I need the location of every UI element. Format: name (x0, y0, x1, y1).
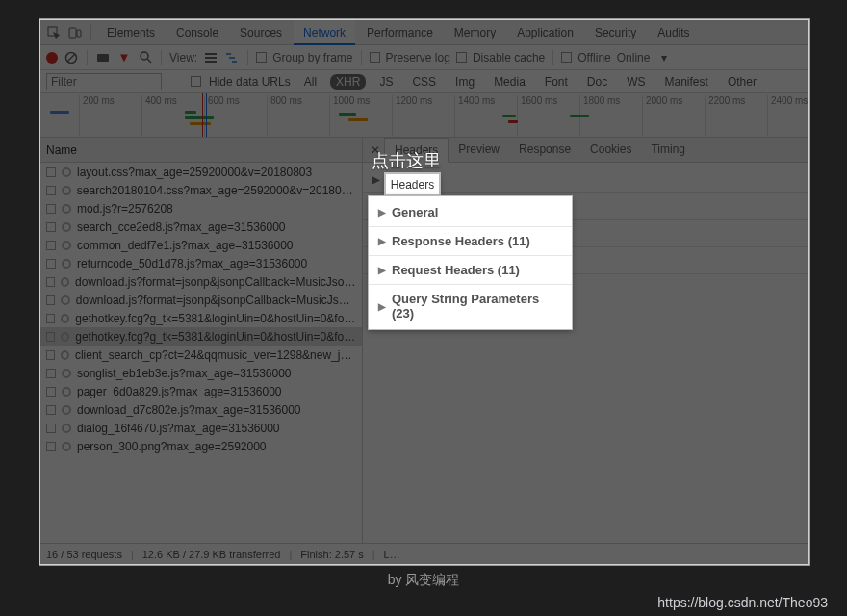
tick: 800 ms (267, 95, 302, 138)
row-checkbox[interactable] (46, 186, 56, 195)
type-ws[interactable]: WS (621, 74, 651, 90)
hl-section-request-headers[interactable]: ▶Request Headers (11) (369, 256, 572, 285)
preserve-log-checkbox[interactable] (370, 52, 380, 63)
tab-application[interactable]: Application (507, 20, 583, 45)
tab-memory[interactable]: Memory (445, 20, 505, 45)
view-label: View: (169, 51, 197, 64)
view-list-icon[interactable] (203, 50, 218, 65)
row-checkbox[interactable] (46, 167, 56, 177)
tab-security[interactable]: Security (585, 20, 646, 45)
type-js[interactable]: JS (373, 74, 398, 90)
tab-audits[interactable]: Audits (648, 20, 699, 45)
search-icon[interactable] (138, 50, 153, 65)
tick: 400 ms (141, 95, 177, 138)
request-row[interactable]: search_cce2ed8.js?max_age=31536000 (40, 218, 362, 236)
row-checkbox[interactable] (46, 259, 56, 269)
request-row[interactable]: pager_6d0a829.js?max_age=31536000 (40, 382, 362, 400)
row-checkbox[interactable] (46, 295, 55, 305)
row-checkbox[interactable] (46, 204, 56, 214)
request-row[interactable]: download_d7c802e.js?max_age=31536000 (40, 400, 362, 419)
disclosure-triangle-icon: ▶ (378, 265, 386, 275)
detail-tab-timing[interactable]: Timing (641, 138, 695, 163)
row-checkbox[interactable] (46, 369, 56, 378)
resource-type-icon (62, 241, 71, 250)
request-name: layout.css?max_age=25920000&v=20180803 (77, 166, 312, 179)
type-media[interactable]: Media (488, 74, 531, 90)
tab-sources[interactable]: Sources (230, 20, 292, 45)
request-row[interactable]: search20180104.css?max_age=2592000&v=201… (40, 181, 362, 199)
request-row[interactable]: mod.js?r=2576208 (40, 199, 362, 218)
tab-network[interactable]: Network (294, 20, 355, 45)
hide-data-urls-checkbox[interactable] (191, 76, 201, 87)
request-row[interactable]: person_300.png?max_age=2592000 (40, 437, 362, 455)
row-checkbox[interactable] (46, 241, 56, 250)
tab-console[interactable]: Console (167, 20, 228, 45)
tab-elements[interactable]: Elements (97, 20, 165, 45)
resource-type-icon (62, 405, 71, 415)
request-row[interactable]: common_dedf7e1.js?max_age=31536000 (40, 236, 362, 254)
disclosure-triangle-icon: ▶ (378, 207, 386, 218)
request-row[interactable]: download.js?format=jsonp&jsonpCallback=M… (40, 272, 362, 291)
status-extra: L… (384, 549, 400, 560)
type-css[interactable]: CSS (406, 74, 442, 90)
svg-line-7 (147, 59, 151, 63)
request-list[interactable]: layout.css?max_age=25920000&v=20180803se… (40, 163, 362, 543)
watermark: https://blog.csdn.net/Theo93 (657, 595, 828, 610)
row-checkbox[interactable] (46, 222, 56, 232)
request-row[interactable]: download.js?format=jsonp&jsonpCallback=M… (40, 291, 362, 309)
tick: 1000 ms (329, 95, 370, 138)
throttling-dropdown-icon[interactable]: ▾ (655, 51, 673, 64)
row-checkbox[interactable] (46, 387, 56, 397)
request-row[interactable]: returncode_50d1d78.js?max_age=31536000 (40, 254, 362, 272)
type-font[interactable]: Font (539, 74, 574, 90)
type-doc[interactable]: Doc (581, 74, 613, 90)
tab-performance[interactable]: Performance (357, 20, 443, 45)
svg-line-4 (67, 54, 75, 62)
network-toolbar: ▼ View: Group by frame Preserve log Disa… (40, 45, 808, 70)
row-checkbox[interactable] (46, 332, 55, 342)
record-icon[interactable] (46, 52, 58, 64)
resource-type-icon (61, 277, 69, 287)
row-checkbox[interactable] (46, 442, 56, 451)
offline-checkbox[interactable] (561, 52, 572, 63)
detail-tab-preview[interactable]: Preview (449, 138, 509, 163)
highlight-headers-tab[interactable]: Headers (385, 173, 440, 195)
type-xhr[interactable]: XHR (330, 74, 366, 90)
request-row[interactable]: songlist_eb1eb3e.js?max_age=31536000 (40, 364, 362, 382)
request-name: common_dedf7e1.js?max_age=31536000 (77, 239, 294, 252)
request-row[interactable]: layout.css?max_age=25920000&v=20180803 (40, 163, 362, 181)
request-name: search20180104.css?max_age=2592000&v=201… (77, 184, 356, 197)
request-row[interactable]: gethotkey.fcg?g_tk=5381&loginUin=0&hostU… (40, 309, 362, 327)
request-row[interactable]: gethotkey.fcg?g_tk=5381&loginUin=0&hostU… (40, 327, 362, 346)
filter-toggle-icon[interactable]: ▼ (116, 50, 132, 65)
capture-screenshot-icon[interactable] (95, 50, 111, 65)
row-checkbox[interactable] (46, 424, 56, 433)
disable-cache-checkbox[interactable] (456, 52, 467, 63)
request-name: mod.js?r=2576208 (77, 202, 173, 216)
type-other[interactable]: Other (722, 74, 762, 90)
row-checkbox[interactable] (46, 350, 55, 360)
row-checkbox[interactable] (46, 314, 55, 323)
detail-tab-cookies[interactable]: Cookies (580, 138, 641, 163)
type-manifest[interactable]: Manifest (659, 74, 714, 90)
inspect-icon[interactable] (44, 23, 64, 42)
view-waterfall-icon[interactable] (224, 50, 240, 65)
tick: 1400 ms (454, 95, 495, 138)
filter-input[interactable] (46, 73, 162, 90)
hl-section-response-headers[interactable]: ▶Response Headers (11) (369, 227, 572, 256)
row-checkbox[interactable] (46, 405, 56, 415)
request-row[interactable]: client_search_cp?ct=24&qqmusic_ver=1298&… (40, 346, 362, 364)
group-by-frame-checkbox[interactable] (256, 52, 267, 63)
row-checkbox[interactable] (46, 277, 55, 287)
device-toggle-icon[interactable] (65, 23, 85, 42)
hl-section-query-string[interactable]: ▶Query String Parameters (23) (369, 285, 572, 327)
name-column-header[interactable]: Name (40, 138, 362, 163)
type-img[interactable]: Img (449, 74, 480, 90)
online-select[interactable]: Online (617, 51, 651, 64)
hl-section-general[interactable]: ▶General (369, 198, 572, 227)
request-row[interactable]: dialog_16f4670.js?max_age=31536000 (40, 419, 362, 437)
clear-icon[interactable] (64, 50, 79, 65)
type-all[interactable]: All (298, 74, 322, 90)
waterfall-overview[interactable]: 200 ms 400 ms 600 ms 800 ms 1000 ms 1200… (40, 93, 808, 138)
detail-tab-response[interactable]: Response (509, 138, 580, 163)
